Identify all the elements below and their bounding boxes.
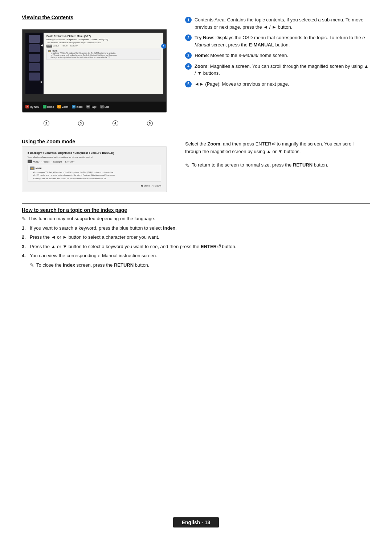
tv-thumb-2 (29, 44, 40, 52)
tv-note-item-2: • In PC mode, you can only make changes … (48, 54, 159, 56)
annotation-circle-1: 1 (161, 44, 166, 49)
tv-content-subtitle: Backlight / Contrast / Brightness / Shar… (46, 38, 160, 41)
numbered-item-5: 5 ◄► (Page): Moves to previous or next p… (185, 81, 370, 88)
tv-btn-index: D Index (72, 105, 82, 108)
sub-note-text: To close the Index screen, press the RET… (36, 262, 149, 268)
num-badge-5: 5 (185, 81, 192, 87)
numbered-item-2: 2 Try Now: Displays the OSD menu that co… (185, 34, 370, 48)
tv-thumb-1 (29, 35, 40, 43)
step-3-enter: ENTER⏎ (201, 244, 221, 249)
btn-label-zoom: Zoom (62, 106, 68, 108)
tv-bottom-bar: A Try Now B Home C Zoom D Index (23, 102, 166, 112)
note-symbol-sub: ✎ (30, 262, 34, 268)
zoom-note-item-3: • Settings can be adjusted and stored fo… (30, 177, 159, 180)
note-icon-1: ✍ (48, 50, 51, 52)
tv-thumb-3 (29, 54, 40, 62)
item-2-em: e-Manual (195, 35, 367, 48)
how-to-search-section: How to search for a topic on the index p… (22, 203, 370, 268)
zoom-bottom-label: ⇆ Move ↩ Return (141, 185, 161, 188)
arrow-left: ◄ (40, 43, 44, 47)
tv-btn-exit: ↵ Exit (100, 105, 109, 108)
zoom-bold-zoom: Zoom (207, 141, 220, 147)
label-5: 5 (147, 120, 153, 126)
zoom-menu-text: MENU → Picture → Backlight → ENTER⏎ (33, 160, 74, 163)
item-3-text: Home: Moves to the e-Manual home screen. (195, 52, 288, 59)
zoom-tv-body: Your television has several setting opti… (28, 156, 161, 158)
tv-note-item-3: • Settings can be adjusted and stored fo… (48, 57, 159, 58)
item-2-bold-emanual: E-MANUAL (249, 42, 274, 48)
tv-btn-zoom: C Zoom (57, 105, 68, 108)
zoom-note-item-1: • In analogue TV, Ext., AV modes of the … (30, 171, 159, 174)
btn-icon-red: A (25, 105, 29, 108)
tv-inner: Basic Features > Picture Menu (3/17) Bac… (25, 33, 163, 94)
how-note: ✎ This function may not supported depend… (22, 216, 370, 222)
label-4: 4 (113, 120, 118, 126)
numbered-item-3: 3 Home: Moves to the e-Manual home scree… (185, 52, 370, 59)
step-num-4: 4. (22, 252, 28, 259)
item-3-em: e-Manual (238, 53, 258, 58)
viewing-contents-left: Viewing the Contents Basic Features > Pi… (22, 15, 174, 128)
tv-thumb-4 (29, 63, 40, 71)
btn-label-page: Page (91, 106, 97, 108)
how-steps-list: 1. If you want to search a keyword, pres… (22, 225, 370, 259)
btn-icon-yellow: C (57, 105, 61, 108)
tv-content-title: Basic Features > Picture Menu (3/17) (46, 35, 160, 37)
numbered-list: 1 Contents Area: Contains the topic cont… (185, 16, 370, 87)
item-2-bold-try: Try Now (195, 35, 213, 40)
item-1-text: Contents Area: Contains the topic conten… (195, 16, 370, 30)
zoom-right: Select the Zoom, and then press ENTER⏎ t… (185, 139, 370, 192)
sub-note-bold-index: Index (63, 262, 75, 268)
tv-note-block: ✍ NOTE • In analogue TV, Ext., AV modes … (46, 49, 160, 60)
how-step-4: 4. You can view the corresponding e-Manu… (22, 252, 370, 259)
item-3-bold-home: Home (195, 53, 208, 58)
item-5-text: ◄► (Page): Moves to previous or next pag… (195, 81, 289, 88)
btn-icon-blue: D (72, 105, 75, 108)
zoom-note-item-2: • In PC mode, you can only make changes … (30, 174, 159, 177)
zoom-bottom-bar: ⇆ Move ↩ Return (28, 185, 161, 188)
tv-btn-try-now: A Try Now (25, 105, 39, 108)
arrow-right: ► (40, 80, 44, 84)
zoom-note-title: ✍ NOTE (30, 167, 159, 170)
tv-body-text: Your television has several setting opti… (46, 41, 160, 44)
zoom-mode-section: Using the Zoom mode ■ Backlight / Contra… (22, 139, 370, 192)
btn-icon-gray-page: ◄► (86, 105, 90, 108)
step-text-2: Press the ◄ or ► button to select a char… (30, 234, 159, 241)
btn-icon-gray-exit: ↵ (100, 105, 104, 108)
num-badge-3: 3 (185, 52, 192, 59)
footer-badge: English - 13 (173, 517, 219, 527)
how-step-1: 1. If you want to search a keyword, pres… (22, 225, 370, 232)
zoom-tv-title: ■ Backlight / Contrast / Brightness / Sh… (28, 151, 161, 155)
item-4-bold-zoom: Zoom (195, 63, 207, 69)
tv-screen-viewing: Basic Features > Picture Menu (3/17) Bac… (22, 29, 167, 112)
tv-menu-line: MENU MENU≡ → Picture → ENTER⏎ (46, 45, 160, 48)
how-step-2: 2. Press the ◄ or ► button to select a c… (22, 234, 370, 241)
tv-menu-icon: MENU (46, 45, 52, 48)
step-text-3: Press the ▲ or ▼ button to select a keyw… (30, 243, 236, 250)
btn-label-exit: Exit (105, 106, 109, 108)
step-num-3: 3. (22, 243, 28, 250)
tv-btn-home: B Home (43, 105, 54, 108)
zoom-note-block: ✍ NOTE • In analogue TV, Ext., AV modes … (28, 165, 161, 182)
footer: English - 13 (0, 517, 392, 527)
how-note-text: This function may not supported dependin… (28, 216, 155, 221)
item-4-text: Zoom: Magnifies a screen. You can scroll… (195, 63, 370, 77)
section-divider (22, 203, 370, 204)
viewing-contents-heading: Viewing the Contents (22, 15, 174, 20)
item-2-text: Try Now: Displays the OSD menu that corr… (195, 34, 370, 48)
zoom-left: Using the Zoom mode ■ Backlight / Contra… (22, 139, 174, 192)
numbered-item-4: 4 Zoom: Magnifies a screen. You can scro… (185, 63, 370, 77)
zoom-menu-icon: ☰ (28, 160, 32, 163)
label-3: 3 (78, 120, 84, 126)
label-2: 2 (44, 120, 49, 126)
btn-icon-green: B (43, 105, 46, 108)
num-badge-4: 4 (185, 63, 192, 70)
tv-nav-arrows: ◄ ► (40, 43, 44, 84)
note-symbol-zoom: ✎ (185, 161, 189, 169)
step-text-1: If you want to search a keyword, press t… (30, 225, 177, 232)
zoom-return-note: ✎ To return to the screen to normal size… (185, 161, 370, 169)
zoom-mode-heading: Using the Zoom mode (22, 139, 174, 144)
zoom-tv: ■ Backlight / Contrast / Brightness / Sh… (22, 147, 167, 192)
zoom-return-bold: RETURN (293, 162, 313, 168)
tv-thumb-5 (29, 73, 40, 81)
num-badge-1: 1 (185, 17, 192, 23)
